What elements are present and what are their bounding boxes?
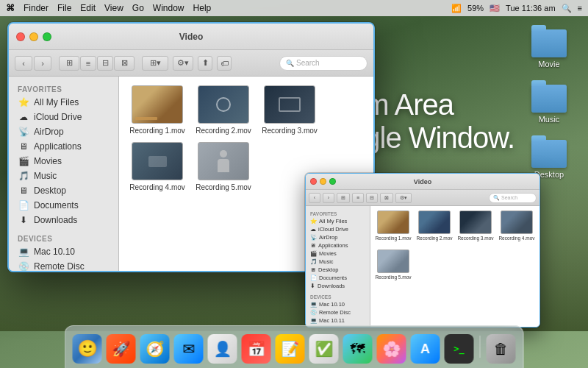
small-sidebar-all-my-files[interactable]: ⭐ All My Files [306, 217, 370, 225]
small-sidebar-movies[interactable]: 🎬 Movies [306, 250, 370, 258]
small-list-view-button[interactable]: ≡ [352, 193, 364, 203]
sidebar-item-icloud-drive[interactable]: ☁ iCloud Drive [9, 110, 118, 124]
menubar-help[interactable]: Help [193, 3, 212, 13]
spotlight-icon[interactable]: 🔍 [562, 4, 572, 13]
dock-item-maps[interactable]: 🗺 [343, 334, 373, 364]
menubar-go[interactable]: Go [132, 3, 144, 13]
window-maximize-button[interactable] [43, 32, 51, 41]
menubar-edit[interactable]: Edit [80, 3, 96, 13]
thumbnail-image [132, 143, 182, 180]
menubar-file[interactable]: File [57, 3, 71, 13]
small-arrange-button[interactable]: ⚙▾ [395, 193, 412, 203]
dock-item-calendar[interactable]: 📅 [242, 334, 271, 364]
forward-button[interactable]: › [34, 56, 51, 71]
sidebar-item-movies[interactable]: 🎬 Movies [9, 154, 118, 169]
small-sidebar: Favorites ⭐ All My Files ☁ iCloud Drive … [306, 206, 370, 327]
sidebar-item-applications[interactable]: 🖥 Applications [9, 139, 118, 154]
file-item-recording4[interactable]: Recording 4.mov [128, 142, 187, 191]
small-file-recording2[interactable]: Recording 2.mov [416, 210, 453, 241]
dock-item-appstore[interactable]: A [411, 334, 440, 364]
file-item-recording2[interactable]: Recording 2.mov [194, 85, 253, 135]
arrange-button[interactable]: ⊞▾ [142, 56, 168, 71]
folder-icon [531, 140, 567, 168]
sidebar-item-downloads[interactable]: ⬇ Downloads [9, 213, 118, 227]
small-back-button[interactable]: ‹ [309, 193, 320, 203]
small-sidebar-remote-disc[interactable]: 💿 Remote Disc [306, 308, 370, 316]
dock-item-mail[interactable]: ✉ [174, 334, 204, 364]
tag-button[interactable]: 🏷 [217, 56, 232, 71]
small-sidebar-label: Mac 10.10 [319, 301, 345, 308]
dock-item-notes[interactable]: 📝 [276, 334, 305, 364]
small-sidebar-icloud[interactable]: ☁ iCloud Drive [306, 225, 370, 233]
small-cover-flow-button[interactable]: ⊠ [380, 193, 393, 203]
file-item-recording1[interactable]: Recording 1.mov [128, 85, 187, 135]
small-file-recording4[interactable]: Recording 4.mov [498, 210, 535, 241]
cover-flow-button[interactable]: ⊠ [114, 56, 135, 71]
small-minimize-button[interactable] [320, 178, 326, 185]
menubar-finder[interactable]: Finder [24, 3, 49, 13]
file-item-recording3[interactable]: Recording 3.mov [260, 85, 319, 135]
sidebar-item-mac1010[interactable]: 💻 Mac 10.10 [9, 244, 118, 259]
column-view-button[interactable]: ⊟ [97, 56, 113, 71]
menubar-view[interactable]: View [104, 3, 123, 13]
sidebar-item-desktop[interactable]: 🖥 Desktop [9, 183, 118, 198]
small-file-recording5[interactable]: Recording 5.mov [375, 250, 412, 280]
small-forward-button[interactable]: › [323, 193, 334, 203]
list-view-button[interactable]: ≡ [80, 56, 96, 71]
file-thumbnail [132, 85, 183, 124]
dock-item-finder[interactable]: 🙂 [73, 334, 102, 364]
dock-item-terminal[interactable]: >_ [445, 334, 474, 364]
safari-icon: 🧭 [146, 340, 164, 358]
small-sidebar-applications[interactable]: 🖥 Applications [306, 241, 370, 250]
small-sidebar-airdrop[interactable]: 📡 AirDrop [306, 233, 370, 241]
dock-item-launchpad[interactable]: 🚀 [107, 334, 136, 364]
dock-item-photos[interactable]: 🌸 [377, 334, 406, 364]
dock-item-reminders[interactable]: ✅ [309, 334, 339, 364]
small-sidebar-downloads[interactable]: ⬇ Downloads [306, 282, 370, 290]
small-sidebar-mac1010[interactable]: 💻 Mac 10.10 [306, 300, 370, 308]
back-button[interactable]: ‹ [15, 56, 32, 71]
share-button[interactable]: ⬆ [198, 56, 212, 71]
dock-item-contacts[interactable]: 👤 [208, 334, 237, 364]
small-close-button[interactable] [310, 178, 317, 185]
status-battery: 59% [467, 4, 484, 13]
small-thumbnail [377, 210, 409, 234]
menubar-window[interactable]: Window [153, 3, 184, 13]
desktop-icon-music[interactable]: Music [523, 85, 575, 124]
icon-view-button[interactable]: ⊞ [59, 56, 79, 71]
small-sidebar-music[interactable]: 🎵 Music [306, 258, 370, 266]
sidebar-item-music[interactable]: 🎵 Music [9, 169, 118, 183]
photos-icon: 🌸 [382, 340, 401, 358]
small-maximize-button[interactable] [329, 178, 336, 185]
icloud-icon: ☁ [18, 111, 29, 123]
small-file-recording3[interactable]: Recording 3.mov [457, 210, 494, 241]
small-icon-view-button[interactable]: ⊞ [337, 193, 350, 203]
window-close-button[interactable] [16, 32, 25, 41]
sidebar-item-all-my-files[interactable]: ⭐ All My Files [9, 95, 118, 110]
sidebar-item-airdrop[interactable]: 📡 AirDrop [9, 124, 118, 139]
dock-item-safari[interactable]: 🧭 [140, 334, 170, 364]
small-file-recording1[interactable]: Recording 1.mov [375, 210, 412, 241]
small-sidebar-desktop[interactable]: 🖥 Desktop [306, 266, 370, 274]
small-search-field[interactable]: 🔍 Search [489, 193, 537, 203]
small-sidebar-label: Movies [319, 250, 337, 257]
small-sidebar-documents[interactable]: 📄 Documents [306, 274, 370, 282]
sidebar-item-documents[interactable]: 📄 Documents [9, 198, 118, 213]
dock-item-trash[interactable]: 🗑 [487, 334, 516, 364]
apple-menu[interactable]: ⌘ [6, 3, 15, 13]
desktop-icon-label: Music [539, 115, 560, 124]
folder-icon [531, 85, 567, 113]
small-sidebar-mac1011[interactable]: 💻 Mac 10.11 [306, 316, 370, 325]
small-window-content: Favorites ⭐ All My Files ☁ iCloud Drive … [306, 206, 539, 327]
window-minimize-button[interactable] [29, 32, 38, 41]
file-item-recording5[interactable]: Recording 5.mov [194, 142, 253, 191]
desktop-icon-movie[interactable]: Movie [523, 29, 575, 68]
mac-icon: 💻 [18, 246, 29, 258]
menubar-right: 📶 59% 🇺🇸 Tue 11:36 am 🔍 ≡ [451, 4, 582, 13]
small-column-view-button[interactable]: ⊟ [366, 193, 378, 203]
sidebar-item-remote-disc[interactable]: 💿 Remote Disc [9, 259, 118, 271]
notification-icon[interactable]: ≡ [578, 4, 582, 13]
sidebar-item-label: Movies [34, 156, 62, 166]
action-button[interactable]: ⚙▾ [173, 56, 193, 71]
search-field[interactable]: 🔍 Search [279, 56, 368, 71]
